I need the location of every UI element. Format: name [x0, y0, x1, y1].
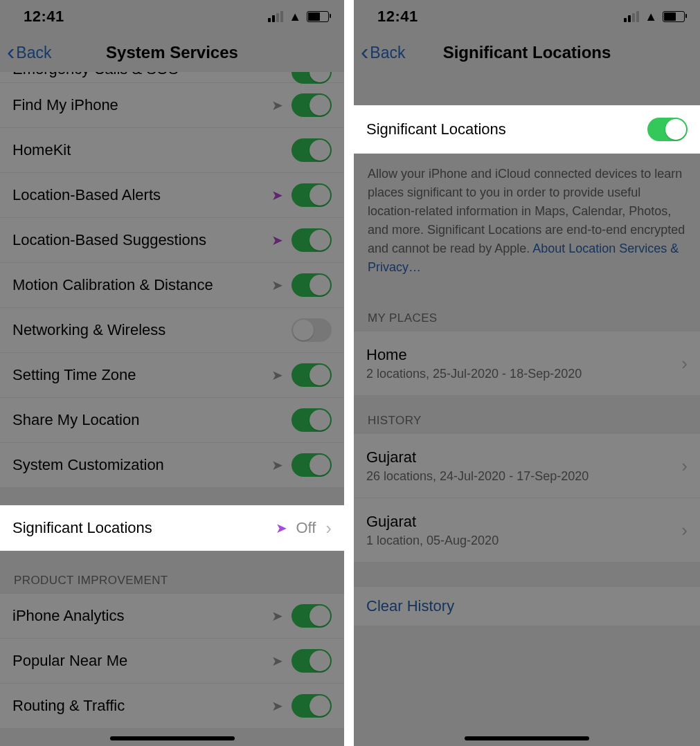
toggle-switch[interactable] — [291, 93, 332, 117]
nav-bar: ‹ Back System Services — [0, 33, 344, 73]
page-title: System Services — [106, 43, 238, 62]
chevron-right-icon: › — [679, 520, 688, 541]
content-area: Emergency Calls & SOSFind My iPhone➤Home… — [0, 72, 344, 746]
status-bar: 12:41 ▲︎ — [354, 0, 700, 33]
clear-history-label: Clear History — [366, 597, 454, 615]
row-iphone-analytics[interactable]: iPhone Analytics➤ — [0, 594, 344, 639]
row-label: System Customization — [12, 456, 262, 474]
row-homekit[interactable]: HomeKit — [0, 128, 344, 173]
row-label: Significant Locations — [12, 519, 267, 537]
chevron-right-icon: › — [679, 455, 688, 477]
row-label: Emergency Calls & SOS — [12, 72, 285, 78]
highlight-significant-locations: Significant Locations ➤ Off › — [0, 505, 344, 551]
row-title: Gujarat — [366, 513, 672, 531]
wifi-icon: ▲︎ — [645, 10, 657, 23]
row-popular-near-me[interactable]: Popular Near Me➤ — [0, 639, 344, 684]
status-icons: ▲︎ — [268, 10, 329, 23]
location-arrow-icon: ➤ — [269, 457, 285, 473]
toggle-switch[interactable] — [291, 138, 332, 162]
row-label: Find My iPhone — [12, 96, 262, 114]
description-text: Allow your iPhone and iCloud connected d… — [354, 155, 700, 293]
row-label: Motion Calibration & Distance — [12, 276, 262, 294]
row-title: Home — [366, 346, 672, 364]
row-label: Networking & Wireless — [12, 321, 285, 339]
toggle-switch[interactable] — [291, 228, 332, 252]
toggle-switch[interactable] — [291, 273, 332, 297]
toggle-switch[interactable] — [291, 604, 332, 628]
row-label: Location-Based Suggestions — [12, 231, 262, 249]
status-bar: 12:41 ▲︎ — [0, 0, 344, 33]
place-row[interactable]: Home2 locations, 25-Jul-2020 - 18-Sep-20… — [354, 331, 700, 396]
row-label: Share My Location — [12, 411, 285, 429]
clear-history-button[interactable]: Clear History — [354, 586, 700, 626]
toggle-switch[interactable] — [291, 408, 332, 432]
row-share-my-location[interactable]: Share My Location — [0, 398, 344, 443]
row-motion-calibration-distance[interactable]: Motion Calibration & Distance➤ — [0, 263, 344, 308]
row-value: Off — [296, 519, 316, 537]
location-arrow-icon: ➤ — [269, 232, 285, 248]
nav-bar: ‹ Back Significant Locations — [354, 33, 700, 73]
row-setting-time-zone[interactable]: Setting Time Zone➤ — [0, 353, 344, 398]
history-row[interactable]: Gujarat26 locations, 24-Jul-2020 - 17-Se… — [354, 434, 700, 498]
row-label: Significant Locations — [366, 120, 640, 138]
page-title: Significant Locations — [443, 43, 611, 62]
row-subtitle: 2 locations, 25-Jul-2020 - 18-Sep-2020 — [366, 367, 672, 381]
back-label: Back — [16, 44, 51, 62]
home-indicator — [110, 736, 235, 740]
row-label: Location-Based Alerts — [12, 186, 262, 204]
status-time: 12:41 — [24, 8, 64, 26]
location-arrow-icon: ➤ — [269, 97, 285, 113]
content-area: Allow your iPhone and iCloud connected d… — [354, 72, 700, 746]
location-arrow-icon: ➤ — [273, 520, 289, 536]
toggle-switch[interactable] — [291, 694, 332, 718]
battery-icon — [307, 11, 329, 22]
location-arrow-icon: ➤ — [269, 277, 285, 293]
home-indicator — [465, 736, 589, 740]
location-arrow-icon: ➤ — [269, 698, 285, 714]
location-arrow-icon: ➤ — [269, 653, 285, 669]
row-subtitle: 26 locations, 24-Jul-2020 - 17-Sep-2020 — [366, 469, 672, 484]
wifi-icon: ▲︎ — [289, 10, 301, 23]
toggle-significant-locations[interactable] — [647, 118, 688, 141]
back-label: Back — [370, 44, 405, 62]
location-arrow-icon: ➤ — [269, 608, 285, 624]
toggle-switch[interactable] — [291, 183, 332, 207]
row-title: Gujarat — [366, 448, 672, 466]
toggle-switch[interactable] — [291, 649, 332, 673]
location-arrow-icon: ➤ — [269, 187, 285, 203]
row-location-based-alerts[interactable]: Location-Based Alerts➤ — [0, 173, 344, 218]
chevron-right-icon: › — [323, 518, 332, 539]
row-label: HomeKit — [12, 141, 285, 159]
toggle-switch[interactable] — [291, 318, 332, 342]
row-significant-locations[interactable]: Significant Locations ➤ Off › — [0, 505, 344, 551]
section-header-my-places: MY PLACES — [354, 293, 700, 331]
phone-system-services: 12:41 ▲︎ ‹ Back System Services Emergenc… — [0, 0, 354, 746]
row-subtitle: 1 location, 05-Aug-2020 — [366, 534, 672, 548]
status-time: 12:41 — [377, 8, 418, 26]
chevron-right-icon: › — [679, 353, 688, 374]
location-arrow-icon: ➤ — [269, 367, 285, 383]
battery-icon — [663, 11, 685, 22]
row-label: Routing & Traffic — [12, 697, 262, 715]
toggle-switch[interactable] — [291, 72, 332, 84]
row-find-my-iphone[interactable]: Find My iPhone➤ — [0, 83, 344, 128]
row-label: Setting Time Zone — [12, 366, 262, 384]
row-emergency-calls-sos[interactable]: Emergency Calls & SOS — [0, 72, 344, 83]
row-location-based-suggestions[interactable]: Location-Based Suggestions➤ — [0, 218, 344, 263]
row-networking-wireless[interactable]: Networking & Wireless — [0, 308, 344, 353]
back-button[interactable]: ‹ Back — [7, 33, 51, 72]
row-label: iPhone Analytics — [12, 607, 262, 625]
toggle-switch[interactable] — [291, 363, 332, 387]
highlight-sig-loc-toggle: Significant Locations — [354, 105, 700, 154]
toggle-switch[interactable] — [291, 453, 332, 477]
phone-significant-locations: 12:41 ▲︎ ‹ Back Significant Locations Al… — [354, 0, 700, 746]
cellular-icon — [624, 11, 639, 22]
row-sig-loc-toggle[interactable]: Significant Locations — [354, 105, 700, 154]
history-row[interactable]: Gujarat1 location, 05-Aug-2020› — [354, 498, 700, 563]
row-routing-traffic[interactable]: Routing & Traffic➤ — [0, 684, 344, 729]
cellular-icon — [268, 11, 283, 22]
row-system-customization[interactable]: System Customization➤ — [0, 443, 344, 488]
row-label: Popular Near Me — [12, 652, 262, 670]
section-header-history: HISTORY — [354, 396, 700, 433]
back-button[interactable]: ‹ Back — [361, 33, 405, 72]
